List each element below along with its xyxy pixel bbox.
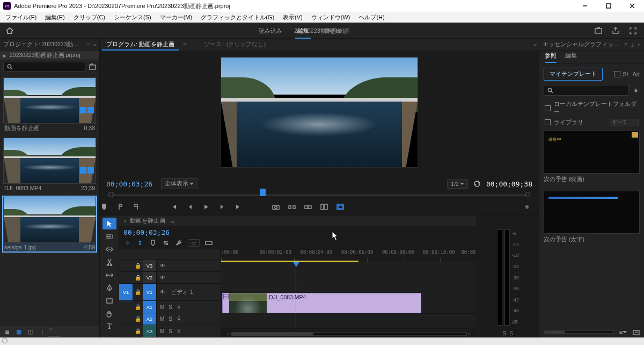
home-button[interactable]	[0, 23, 19, 38]
solo-button[interactable]: S	[169, 304, 172, 310]
favorite-icon[interactable]: ★	[632, 87, 640, 94]
mute-button[interactable]: M	[160, 328, 164, 334]
quick-export-icon[interactable]	[594, 26, 603, 35]
timeline-ruler[interactable]: ;00;00 00;00;02;00 00;00;04;00 00;00;06;…	[221, 249, 477, 262]
project-breadcrumb[interactable]: ▸20230223動画静止画.prproj	[0, 51, 99, 60]
toggle-output-icon[interactable]: 👁	[160, 263, 165, 269]
meter-solo[interactable]: S	[510, 330, 514, 336]
settings-icon[interactable]	[473, 180, 481, 188]
toggle-output-icon[interactable]: 👁	[160, 289, 165, 295]
toggle-output-icon[interactable]: 👁	[160, 275, 165, 281]
mogrt-item[interactable]: 次の予告 (太字)	[544, 191, 640, 243]
track-a3[interactable]: A3	[143, 325, 157, 337]
video-clip[interactable]: fx DJI_0083.MP4	[222, 293, 421, 313]
track-v3[interactable]: V3	[143, 260, 157, 271]
lock-icon[interactable]: 🔒	[133, 275, 143, 281]
freeform-view-icon[interactable]: ◫	[27, 328, 34, 336]
project-search-input[interactable]	[3, 62, 85, 71]
lock-icon[interactable]: 🔒	[133, 304, 143, 310]
track-a2[interactable]: A2	[143, 313, 157, 325]
menu-view[interactable]: 表示(V)	[279, 12, 307, 23]
project-item-video[interactable]: DJI_0083.MP423;39	[2, 136, 97, 193]
close-button[interactable]	[620, 0, 644, 12]
fit-dropdown[interactable]: 全体表示	[161, 178, 197, 189]
voiceover-icon[interactable]: 🎙	[177, 328, 182, 334]
program-scrubber[interactable]	[108, 190, 530, 199]
export-frame-icon[interactable]	[272, 203, 280, 211]
sequence-tab[interactable]: 動画を静止画	[130, 217, 165, 225]
lock-icon[interactable]: 🔒	[133, 289, 143, 295]
program-timecode-current[interactable]: 00;00;03;26	[106, 180, 152, 188]
eg-tab-edit[interactable]: 編集	[565, 52, 577, 63]
add-marker-icon[interactable]	[100, 203, 108, 211]
zoom-slider[interactable]: ○——	[50, 328, 58, 336]
menu-window[interactable]: ウィンドウ(W)	[307, 12, 355, 23]
insert-overwrite-icon[interactable]	[205, 239, 213, 247]
panel-overflow-icon[interactable]: »	[638, 41, 641, 48]
voiceover-icon[interactable]: 🎙	[177, 316, 182, 322]
razor-tool[interactable]	[103, 256, 116, 268]
slip-tool[interactable]	[103, 269, 116, 281]
eg-scroll[interactable]	[544, 330, 614, 334]
libraries-dropdown[interactable]: すべて	[610, 119, 639, 126]
track-a1[interactable]: A1	[143, 301, 157, 313]
playhead[interactable]	[296, 262, 296, 330]
timeline-zoom-scroll[interactable]: ○ ○	[221, 330, 477, 337]
rectangle-tool[interactable]	[103, 295, 116, 307]
lift-icon[interactable]	[288, 203, 296, 211]
comparison-view-icon[interactable]	[320, 203, 328, 211]
voiceover-icon[interactable]: 🎙	[177, 304, 182, 310]
pen-tool[interactable]	[103, 282, 116, 294]
timeline-settings-icon[interactable]	[162, 239, 170, 247]
meter-solo[interactable]: S	[503, 330, 507, 336]
menu-clip[interactable]: クリップ(C)	[69, 12, 109, 23]
caption-track-icon[interactable]: cc	[188, 239, 200, 247]
timeline-timecode[interactable]: 00;00;03;26	[123, 228, 170, 236]
selection-tool[interactable]	[103, 218, 116, 229]
solo-button[interactable]: S	[169, 316, 172, 322]
stock-icon[interactable]	[614, 71, 620, 77]
menu-graphics[interactable]: グラフィックとタイトル(G)	[196, 12, 279, 23]
source-monitor-tab[interactable]: ソース : (クリップなし)	[200, 39, 270, 51]
safe-margins-icon[interactable]	[336, 203, 345, 211]
mogrt-item[interactable]: 募集中 次の予告 (映画)	[544, 131, 640, 183]
track-v1[interactable]: V1	[143, 284, 157, 300]
checkbox[interactable]	[545, 105, 551, 111]
menu-sequence[interactable]: シーケンス(S)	[109, 12, 156, 23]
workspace-tab-import[interactable]: 読み込み	[259, 27, 282, 35]
source-patch-v1[interactable]: V1	[119, 284, 133, 300]
snap-icon[interactable]: ✧	[123, 239, 131, 247]
track-v2[interactable]: V2	[143, 272, 157, 284]
mark-out-icon[interactable]	[132, 203, 141, 211]
timeline-tracks-area[interactable]: fx DJI_0083.MP4	[221, 262, 477, 330]
eg-tab-browse[interactable]: 参照	[545, 52, 557, 63]
eg-search-input[interactable]	[544, 85, 629, 96]
panel-menu-icon[interactable]: ≡	[86, 41, 90, 48]
go-to-out-icon[interactable]	[234, 203, 243, 211]
sort-icon[interactable]: ≡	[619, 328, 627, 336]
checkbox[interactable]	[545, 119, 551, 125]
program-monitor-viewport[interactable]	[221, 57, 418, 168]
project-item-image[interactable]: seisiga-1.jpg4;59	[2, 196, 97, 253]
mute-button[interactable]: M	[160, 304, 164, 310]
menu-edit[interactable]: 編集(E)	[41, 12, 69, 23]
program-monitor-tab[interactable]: プログラム: 動画を静止画	[102, 39, 179, 51]
lock-icon[interactable]: 🔒	[133, 328, 143, 334]
play-icon[interactable]	[202, 203, 210, 211]
new-bin-icon[interactable]	[89, 63, 96, 70]
fullscreen-icon[interactable]	[628, 26, 638, 35]
list-view-icon[interactable]: ≣	[3, 328, 11, 336]
install-mogrt-icon[interactable]	[632, 328, 640, 336]
menu-marker[interactable]: マーカー(M)	[156, 12, 197, 23]
minimize-button[interactable]	[573, 0, 597, 12]
lock-icon[interactable]: 🔒	[133, 263, 143, 269]
solo-button[interactable]: S	[169, 328, 172, 334]
hand-tool[interactable]	[103, 308, 116, 320]
step-back-icon[interactable]	[186, 203, 194, 211]
my-templates-button[interactable]: マイテンプレート	[544, 68, 603, 81]
resolution-dropdown[interactable]: 1/2	[447, 179, 468, 189]
ripple-tool[interactable]	[103, 243, 116, 255]
share-icon[interactable]	[611, 26, 620, 35]
panel-overflow-icon[interactable]: »	[533, 41, 537, 48]
track-select-tool[interactable]	[103, 231, 116, 242]
